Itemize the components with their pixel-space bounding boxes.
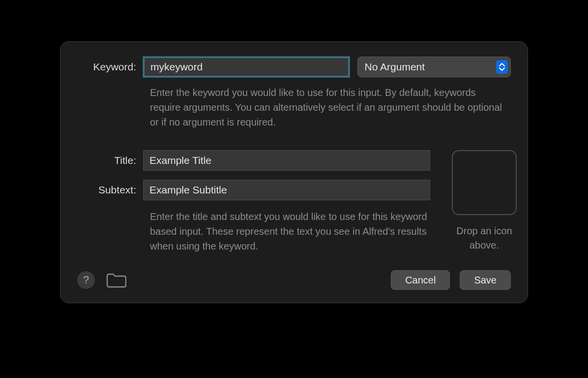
argument-select-value: No Argument (365, 61, 425, 73)
title-help-text: Enter the title and subtext you would li… (150, 209, 430, 253)
title-label: Title: (77, 155, 143, 166)
cancel-button[interactable]: Cancel (391, 270, 450, 290)
subtext-row: Subtext: (77, 180, 430, 200)
footer: ? Cancel Save (77, 270, 511, 290)
subtext-label: Subtext: (77, 184, 143, 196)
title-input[interactable] (143, 150, 430, 171)
cancel-button-label: Cancel (405, 275, 436, 286)
keyword-row: Keyword: No Argument (77, 57, 511, 77)
keyword-help-text: Enter the keyword you would like to use … (150, 85, 504, 129)
subtext-input[interactable] (143, 180, 430, 200)
keyword-label: Keyword: (77, 61, 143, 73)
save-button-label: Save (474, 275, 497, 286)
argument-select[interactable]: No Argument (357, 57, 511, 77)
dialog-panel: Keyword: No Argument Enter the keyword y… (60, 41, 528, 303)
title-row: Title: (77, 150, 430, 171)
open-folder-button[interactable] (106, 272, 126, 288)
help-button[interactable]: ? (77, 271, 95, 289)
select-stepper-icon (496, 60, 508, 74)
icon-dropzone[interactable] (452, 150, 517, 215)
folder-icon (106, 272, 126, 288)
help-icon: ? (83, 274, 89, 286)
title-section: Title: Subtext: Enter the title and subt… (77, 150, 511, 253)
keyword-input[interactable] (143, 57, 350, 77)
dropzone-caption: Drop an icon above. (452, 224, 517, 252)
save-button[interactable]: Save (460, 270, 511, 290)
